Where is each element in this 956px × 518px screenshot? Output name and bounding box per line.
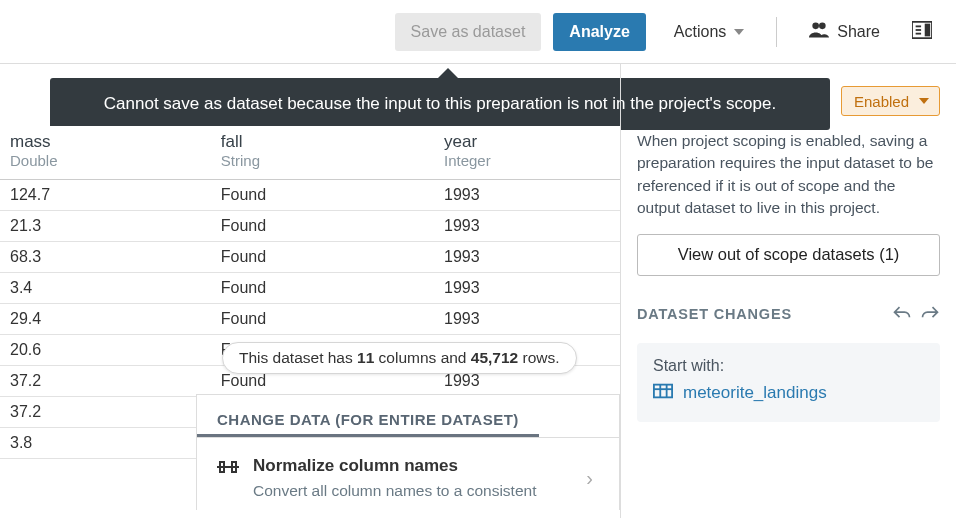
dataset-changes-header: DATASET CHANGES	[637, 306, 792, 322]
starting-dataset-link[interactable]: meteorite_landings	[653, 383, 827, 404]
dataset-name: meteorite_landings	[683, 383, 827, 403]
chevron-down-icon	[734, 29, 744, 35]
table-row[interactable]: 3.4Found1993	[0, 273, 620, 304]
cell-year: 1993	[434, 304, 620, 335]
normalize-icon	[217, 456, 239, 479]
dataset-stats-badge: This dataset has 11 columns and 45,712 r…	[222, 342, 577, 374]
actions-label: Actions	[674, 23, 726, 41]
view-out-of-scope-button[interactable]: View out of scope datasets (1)	[637, 234, 940, 276]
redo-button[interactable]	[920, 304, 940, 325]
data-table-area: mass Double fall String year Integer 124…	[0, 64, 620, 518]
column-header-mass[interactable]: mass Double	[0, 126, 211, 180]
chevron-down-icon	[919, 98, 929, 104]
save-as-dataset-button: Save as dataset	[395, 13, 542, 51]
cell-mass: 3.8	[0, 428, 211, 459]
right-panel: Enabled When project scoping is enabled,…	[620, 64, 956, 518]
table-row[interactable]: 124.7Found1993	[0, 180, 620, 211]
column-header-fall[interactable]: fall String	[211, 126, 434, 180]
cell-year: 1993	[434, 180, 620, 211]
scoping-enabled-badge[interactable]: Enabled	[841, 86, 940, 116]
scoping-explanation: When project scoping is enabled, saving …	[637, 130, 940, 220]
svg-rect-1	[925, 23, 930, 36]
dataset-icon	[653, 383, 673, 404]
cell-fall: Found	[211, 304, 434, 335]
cell-mass: 68.3	[0, 242, 211, 273]
chevron-right-icon: ›	[586, 467, 599, 490]
top-toolbar: Save as dataset Analyze Actions Share	[0, 0, 956, 64]
cell-mass: 3.4	[0, 273, 211, 304]
change-data-header: CHANGE DATA (FOR ENTIRE DATASET)	[197, 395, 539, 437]
cell-mass: 124.7	[0, 180, 211, 211]
cell-mass: 21.3	[0, 211, 211, 242]
cell-fall: Found	[211, 180, 434, 211]
cell-mass: 37.2	[0, 397, 211, 428]
change-item-desc: Convert all column names to a consistent	[253, 482, 572, 500]
cell-mass: 37.2	[0, 366, 211, 397]
change-data-panel: CHANGE DATA (FOR ENTIRE DATASET) Normali…	[196, 394, 620, 510]
cell-fall: Found	[211, 211, 434, 242]
normalize-columns-action[interactable]: Normalize column names Convert all colum…	[197, 438, 619, 510]
column-header-year[interactable]: year Integer	[434, 126, 620, 180]
svg-rect-8	[654, 385, 672, 398]
cell-mass: 29.4	[0, 304, 211, 335]
toggle-panel-button[interactable]	[908, 13, 936, 51]
table-row[interactable]: 21.3Found1993	[0, 211, 620, 242]
cell-year: 1993	[434, 242, 620, 273]
change-item-title: Normalize column names	[253, 456, 572, 476]
cell-mass: 20.6	[0, 335, 211, 366]
start-with-label: Start with:	[653, 357, 924, 375]
table-row[interactable]: 68.3Found1993	[0, 242, 620, 273]
undo-button[interactable]	[892, 304, 912, 325]
actions-dropdown[interactable]: Actions	[658, 13, 760, 51]
cell-fall: Found	[211, 273, 434, 304]
share-button[interactable]: Share	[793, 13, 896, 51]
cell-fall: Found	[211, 242, 434, 273]
table-row[interactable]: 29.4Found1993	[0, 304, 620, 335]
start-with-card: Start with: meteorite_landings	[637, 343, 940, 422]
analyze-button[interactable]: Analyze	[553, 13, 645, 51]
panel-icon	[912, 21, 932, 43]
cell-year: 1993	[434, 273, 620, 304]
people-icon	[809, 22, 829, 42]
divider	[776, 17, 777, 47]
share-label: Share	[837, 23, 880, 41]
cell-year: 1993	[434, 211, 620, 242]
